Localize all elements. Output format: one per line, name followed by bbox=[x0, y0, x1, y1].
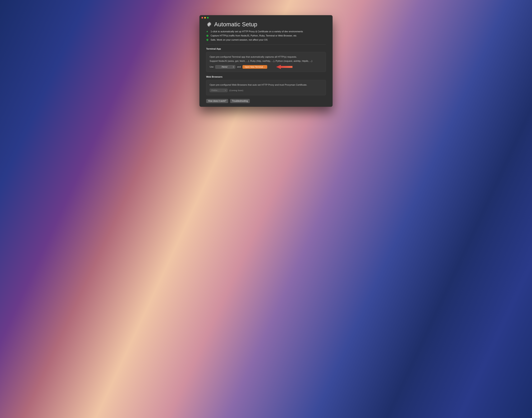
terminal-description-2: Support NodeJS (axios, got, fetch, ...),… bbox=[210, 59, 322, 63]
window-content: Automatic Setup 1-click to automatically… bbox=[199, 20, 333, 95]
chevron-updown-icon bbox=[233, 66, 234, 68]
browsers-section-heading: Web Browsers bbox=[206, 76, 326, 78]
app-window: Automatic Setup 1-click to automatically… bbox=[199, 15, 333, 107]
terminal-description-1: Open pre-configured Terminal app that au… bbox=[210, 55, 322, 59]
terminal-app-select[interactable]: iTerm2 bbox=[215, 65, 235, 69]
feature-text: 1-click to automatically set up HTTP Pro… bbox=[211, 30, 303, 33]
window-titlebar bbox=[199, 15, 333, 20]
browsers-description: Open pre-configured Web Browsers that au… bbox=[210, 83, 322, 87]
window-minimize-button[interactable] bbox=[204, 17, 206, 19]
svg-marker-3 bbox=[276, 65, 292, 69]
coming-soon-label: (Coming Soon) bbox=[229, 89, 243, 92]
page-title: Automatic Setup bbox=[214, 21, 257, 28]
bolt-icon bbox=[206, 30, 209, 33]
feature-text: Safe. Work on your current session, not … bbox=[211, 38, 267, 41]
feature-item: 1-click to automatically set up HTTP Pro… bbox=[206, 30, 326, 33]
gear-icon bbox=[206, 21, 212, 27]
chevron-down-icon bbox=[224, 89, 227, 92]
feature-item: Safe. Work on your current session, not … bbox=[206, 38, 326, 41]
page-title-row: Automatic Setup bbox=[206, 21, 326, 28]
browsers-action-row: Firefox… (Coming Soon) bbox=[210, 89, 322, 92]
feature-item: Capture HTTP(s) traffic from NodeJS, Pyt… bbox=[206, 34, 326, 37]
browsers-panel: Open pre-configured Web Browsers that au… bbox=[206, 80, 326, 95]
use-label: Use bbox=[210, 66, 213, 68]
and-label: and bbox=[237, 66, 241, 68]
section-divider bbox=[206, 44, 326, 45]
terminal-app-select-value: iTerm2 bbox=[221, 66, 227, 68]
troubleshooting-button[interactable]: Troubleshooting bbox=[230, 99, 250, 103]
terminal-action-row: Use iTerm2 and Open New Terminal… bbox=[210, 65, 322, 69]
how-does-it-work-button[interactable]: How does it work? bbox=[206, 99, 228, 103]
svg-rect-2 bbox=[207, 40, 208, 40]
feature-text: Capture HTTP(s) traffic from NodeJS, Pyt… bbox=[211, 34, 297, 37]
window-zoom-button[interactable] bbox=[207, 17, 209, 19]
terminal-section-heading: Terminal App bbox=[206, 47, 326, 50]
window-close-button[interactable] bbox=[201, 17, 203, 19]
browser-select-value: Firefox… bbox=[211, 89, 219, 92]
browser-select-disabled: Firefox… bbox=[210, 89, 228, 92]
arrow-annotation-icon bbox=[276, 64, 293, 70]
terminal-panel: Open pre-configured Terminal app that au… bbox=[206, 52, 326, 72]
feature-list: 1-click to automatically set up HTTP Pro… bbox=[206, 30, 326, 41]
check-circle-icon bbox=[206, 35, 209, 37]
footer-links: How does it work? Troubleshooting bbox=[199, 99, 333, 103]
shield-lock-icon bbox=[206, 39, 209, 41]
open-new-terminal-button[interactable]: Open New Terminal… bbox=[243, 65, 267, 69]
